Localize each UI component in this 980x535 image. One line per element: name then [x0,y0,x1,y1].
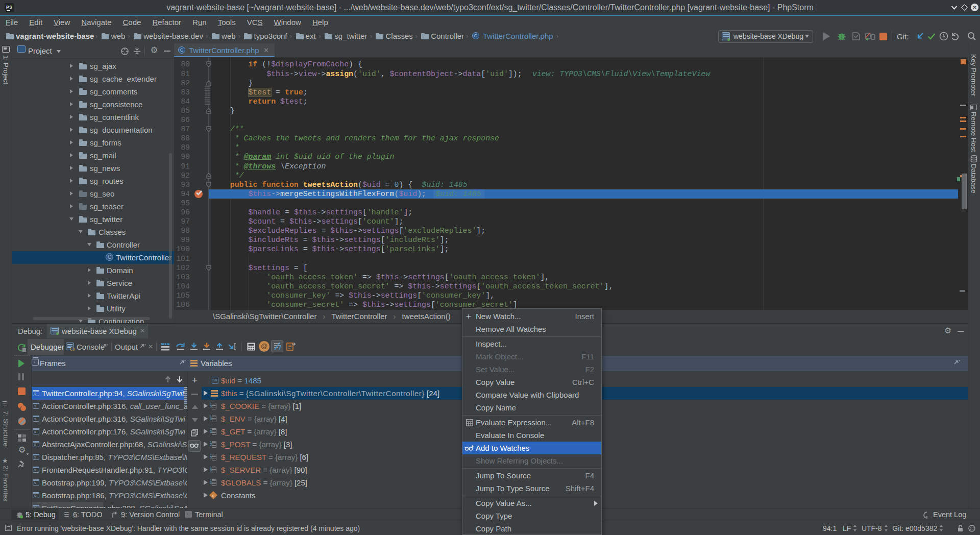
svg-text:*: * [184,359,186,363]
svg-text:c: c [212,493,215,498]
svg-text:*: * [107,343,108,348]
svg-text:*: * [959,359,960,363]
svg-text:*: * [144,343,146,348]
